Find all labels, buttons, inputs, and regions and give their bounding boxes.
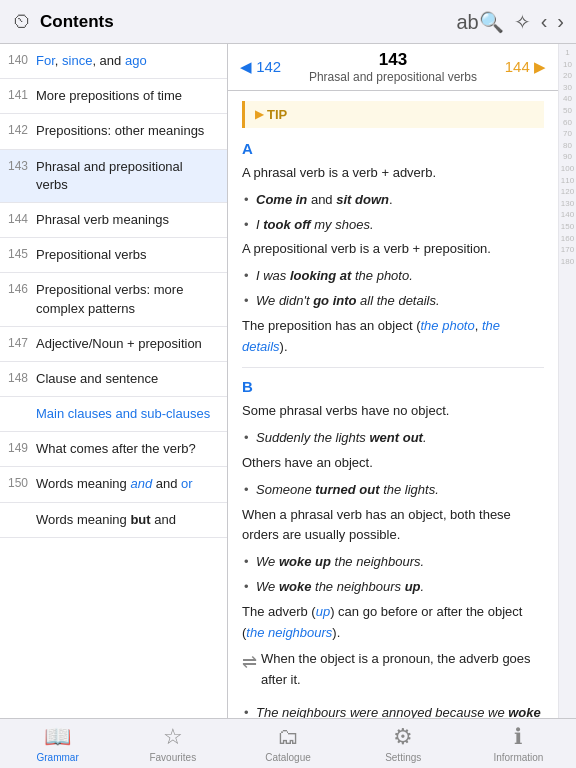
tick-1: 1 [565,48,569,58]
sidebar-item-149[interactable]: 149 What comes after the verb? [0,432,227,467]
sidebar-label-145: Prepositional verbs [36,246,217,264]
content-body: ▶ TIP A A phrasal verb is a verb + adver… [228,91,558,718]
header-right: ab🔍 ✧ ‹ › [456,10,564,34]
pronoun-para-container: ⇌ When the object is a pronoun, the adve… [242,649,544,697]
bullet-go-into: We didn't go into all the details. [242,291,544,312]
tab-favourites[interactable]: ☆ Favourites [115,719,230,768]
tick-130: 130 [561,199,574,209]
sidebar-item-150[interactable]: 150 Words meaning and and or [0,467,227,502]
bullet-looking-at: I was looking at the photo. [242,266,544,287]
sidebar-label-141: More prepositions of time [36,87,217,105]
tick-90: 90 [563,152,572,162]
tick-100: 100 [561,164,574,174]
clock-icon[interactable]: ⏲ [12,10,32,33]
para-both-orders: When a phrasal verb has an object, both … [242,505,544,547]
header-title: Contents [40,12,114,32]
sidebar-item-151-partial[interactable]: Words meaning but and [0,503,227,538]
tick-160: 160 [561,234,574,244]
sidebar-num-148: 148 [0,370,36,385]
settings-icon: ⚙ [393,724,413,750]
para-adverb-position: The adverb (up) can go before or after t… [242,602,544,644]
para-pronoun: When the object is a pronoun, the adverb… [261,649,544,691]
tick-180: 180 [561,257,574,267]
content-panel: ◀ 142 143 Phrasal and prepositional verb… [228,44,558,718]
sidebar-section-main-clauses[interactable]: Main clauses and sub-clauses [0,397,227,432]
forward-icon[interactable]: › [557,10,564,33]
sidebar-item-147[interactable]: 147 Adjective/Noun + preposition [0,327,227,362]
tick-110: 110 [561,176,574,186]
sidebar-label-147: Adjective/Noun + preposition [36,335,217,353]
sidebar-num-145: 145 [0,246,36,261]
sidebar-item-145[interactable]: 145 Prepositional verbs [0,238,227,273]
bullet-turned-out: Someone turned out the lights. [242,480,544,501]
tick-80: 80 [563,141,572,151]
tick-20: 20 [563,71,572,81]
header-left: ⏲ Contents [12,10,114,33]
tick-140: 140 [561,210,574,220]
tab-catalogue-label: Catalogue [265,752,311,763]
sidebar-label-146: Prepositional verbs: more complex patter… [36,281,217,317]
header: ⏲ Contents ab🔍 ✧ ‹ › [0,0,576,44]
bullet-neighbours-woke: The neighbours were annoyed because we w… [242,703,544,718]
grammar-icon: 📖 [44,724,71,750]
sidebar-label-main-clauses: Main clauses and sub-clauses [36,405,217,423]
bullet-woke-up-1: We woke up the neighbours. [242,552,544,573]
divider-ab [242,367,544,368]
right-area: ◀ 142 143 Phrasal and prepositional verb… [228,44,576,718]
section-b-label: B [242,378,544,395]
content-chapter-title: Phrasal and prepositional verbs [309,70,477,84]
tip-bar: ▶ TIP [242,101,544,128]
sidebar-num-150: 150 [0,475,36,490]
sidebar-label-150: Words meaning and and or [36,475,217,493]
tab-information-label: Information [493,752,543,763]
content-chapter-num: 143 [309,50,477,70]
sidebar-num-143: 143 [0,158,36,173]
sidebar-label-144: Phrasal verb meanings [36,211,217,229]
section-a-label: A [242,140,544,157]
sidebar-item-143[interactable]: 143 Phrasal and prepositional verbs [0,150,227,203]
back-icon[interactable]: ‹ [541,10,548,33]
sidebar-label-143: Phrasal and prepositional verbs [36,158,217,194]
sidebar-num-147: 147 [0,335,36,350]
sidebar-item-140[interactable]: 140 For, since, and ago [0,44,227,79]
sidebar-label-149: What comes after the verb? [36,440,217,458]
bullet-woke-up-2: We woke the neighbours up. [242,577,544,598]
sidebar-label-148: Clause and sentence [36,370,217,388]
content-nav-center: 143 Phrasal and prepositional verbs [309,50,477,84]
information-icon: ℹ [514,724,522,750]
sidebar-label-142: Prepositions: other meanings [36,122,217,140]
tick-120: 120 [561,187,574,197]
sidebar-item-142[interactable]: 142 Prepositions: other meanings [0,114,227,149]
scroll-indicator: 1 10 20 30 40 50 60 70 80 90 100 110 120… [558,44,576,718]
sidebar-item-148[interactable]: 148 Clause and sentence [0,362,227,397]
para-phrasal-def: A phrasal verb is a verb + adverb. [242,163,544,184]
sidebar-num-140: 140 [0,52,36,67]
sidebar-label-151: Words meaning but and [36,511,217,529]
sidebar-num-section [0,405,36,406]
content-nav: ◀ 142 143 Phrasal and prepositional verb… [228,44,558,91]
sidebar-label-140: For, since, and ago [36,52,217,70]
sidebar-item-144[interactable]: 144 Phrasal verb meanings [0,203,227,238]
sidebar-num-142: 142 [0,122,36,137]
para-preposition-object: The preposition has an object (the photo… [242,316,544,358]
sidebar-item-141[interactable]: 141 More prepositions of time [0,79,227,114]
sidebar-num-144: 144 [0,211,36,226]
tab-catalogue[interactable]: 🗂 Catalogue [230,719,345,768]
sidebar-item-146[interactable]: 146 Prepositional verbs: more complex pa… [0,273,227,326]
tab-grammar[interactable]: 📖 Grammar [0,719,115,768]
bullet-went-out: Suddenly the lights went out. [242,428,544,449]
star-icon[interactable]: ✧ [514,10,531,34]
tick-70: 70 [563,129,572,139]
para-prep-def: A prepositional verb is a verb + preposi… [242,239,544,260]
para-have-object: Others have an object. [242,453,544,474]
tip-label: TIP [267,107,287,122]
tab-settings[interactable]: ⚙ Settings [346,719,461,768]
nav-next-button[interactable]: 144 ▶ [505,58,546,76]
tick-30: 30 [563,83,572,93]
sidebar-num-149: 149 [0,440,36,455]
tab-information[interactable]: ℹ Information [461,719,576,768]
search-icon[interactable]: ab🔍 [456,10,503,34]
tab-grammar-label: Grammar [36,752,78,763]
tick-170: 170 [561,245,574,255]
nav-prev-button[interactable]: ◀ 142 [240,58,281,76]
